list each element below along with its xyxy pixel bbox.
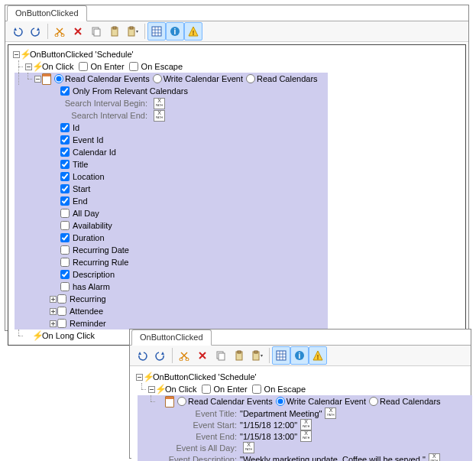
field-checkbox[interactable] — [60, 148, 70, 157]
redo-button[interactable] — [27, 22, 45, 41]
grid-toggle-button[interactable] — [272, 346, 290, 365]
calendar-action-block: Read Calendar Events Write Calendar Even… — [15, 73, 328, 330]
tabbar: OnButtonClicked — [5, 5, 468, 21]
cut-button[interactable] — [50, 22, 69, 41]
write-event-radio[interactable] — [153, 74, 162, 83]
read-events-radio[interactable] — [54, 74, 63, 83]
subgroup-row[interactable]: Reminder — [15, 317, 328, 330]
tab-onbuttonclicked[interactable]: OnButtonClicked — [131, 330, 212, 346]
copy-button[interactable] — [212, 346, 230, 365]
field-checkbox[interactable] — [60, 233, 70, 242]
bolt-icon: ⚡ — [144, 372, 153, 383]
field-label: Event Id — [73, 135, 103, 146]
field-label: Location — [73, 171, 105, 183]
cut-button[interactable] — [175, 346, 193, 365]
write-field-label: Event Title: — [138, 409, 240, 418]
search-begin-label: Search Interval Begin: — [15, 99, 151, 108]
delete-button[interactable] — [193, 346, 212, 365]
field-checkbox[interactable] — [60, 135, 70, 144]
on-enter-checkbox[interactable] — [79, 62, 88, 71]
warning-toggle-button[interactable]: ! — [309, 346, 327, 365]
undo-button[interactable] — [133, 346, 151, 365]
only-relevant-checkbox[interactable] — [60, 86, 70, 96]
xpath-button[interactable] — [300, 419, 312, 430]
tree-root[interactable]: ⚡ OnButtonClicked 'Schedule' — [134, 371, 466, 383]
xpath-button[interactable] — [325, 407, 336, 419]
read-calendars-radio[interactable] — [369, 397, 378, 406]
write-field-row: Event End:"1/15/18 13:00" — [138, 430, 472, 442]
svg-text:i: i — [299, 352, 301, 360]
tree-root[interactable]: ⚡ OnButtonClicked 'Schedule' — [11, 48, 462, 60]
on-escape-checkbox[interactable] — [252, 385, 261, 394]
collapse-icon[interactable] — [136, 374, 143, 381]
field-checkbox[interactable] — [60, 160, 70, 169]
subgroup-checkbox[interactable] — [57, 319, 66, 328]
field-row: Id — [15, 122, 328, 134]
subgroup-row[interactable]: Recurring — [15, 293, 328, 305]
field-row: All Day — [15, 207, 328, 219]
subgroup-checkbox[interactable] — [57, 294, 66, 304]
info-toggle-button[interactable]: i — [290, 346, 309, 365]
collapse-icon[interactable] — [13, 51, 20, 58]
field-checkbox[interactable] — [60, 270, 70, 279]
collapse-icon[interactable] — [148, 386, 155, 393]
field-label: has Alarm — [73, 281, 110, 293]
xpath-button[interactable] — [300, 430, 312, 442]
paste-menu-button[interactable] — [124, 22, 142, 41]
toolbar: i ! — [5, 21, 468, 42]
field-checkbox[interactable] — [60, 184, 70, 193]
field-label: End — [73, 196, 88, 207]
expand-icon[interactable] — [50, 320, 57, 327]
field-checkbox[interactable] — [60, 196, 70, 206]
grid-toggle-button[interactable] — [147, 22, 166, 41]
subgroup-checkbox[interactable] — [57, 307, 66, 316]
tab-onbuttonclicked[interactable]: OnButtonClicked — [7, 5, 87, 21]
field-checkbox[interactable] — [60, 245, 70, 255]
on-escape-checkbox[interactable] — [129, 62, 138, 71]
xpath-button[interactable] — [243, 442, 254, 453]
paste-button[interactable] — [230, 346, 248, 365]
subgroup-label: Reminder — [70, 318, 106, 330]
svg-rect-5 — [113, 27, 116, 29]
redo-button[interactable] — [151, 346, 170, 365]
field-checkbox[interactable] — [60, 172, 70, 181]
read-events-radio[interactable] — [177, 397, 186, 406]
field-checkbox[interactable] — [60, 282, 70, 291]
field-checkbox[interactable] — [60, 221, 70, 230]
write-field-row: Event Title:"Department Meeting" — [138, 407, 472, 419]
undo-button[interactable] — [8, 22, 27, 41]
delete-button[interactable] — [69, 22, 87, 41]
events-row: ⚡ On Click On Enter On Escape — [11, 60, 462, 73]
warning-toggle-button[interactable]: ! — [184, 22, 202, 41]
copy-button[interactable] — [87, 22, 105, 41]
root-label: OnButtonClicked 'Schedule' — [30, 49, 134, 60]
collapse-icon[interactable] — [34, 76, 41, 83]
svg-text:!: ! — [317, 353, 319, 361]
subgroup-row[interactable]: Attendee — [15, 305, 328, 317]
paste-menu-button[interactable] — [248, 346, 267, 365]
collapse-icon[interactable] — [25, 63, 32, 70]
write-field-label: Event is All Day: — [138, 443, 240, 453]
on-enter-checkbox[interactable] — [202, 385, 211, 394]
expand-icon[interactable] — [50, 296, 57, 303]
svg-rect-7 — [130, 27, 133, 29]
xpath-button[interactable] — [429, 453, 440, 461]
field-row: Start — [15, 183, 328, 195]
field-row: has Alarm — [15, 281, 328, 293]
read-calendars-radio[interactable] — [246, 74, 255, 83]
field-checkbox[interactable] — [60, 209, 70, 218]
field-label: Description — [73, 269, 115, 281]
field-row: End — [15, 195, 328, 207]
expand-icon[interactable] — [50, 308, 57, 315]
xpath-button[interactable] — [154, 110, 165, 122]
info-toggle-button[interactable]: i — [166, 22, 184, 41]
field-checkbox[interactable] — [60, 258, 70, 267]
write-event-radio[interactable] — [276, 397, 285, 406]
write-field-row: Event Description:"Weekly marketing upda… — [138, 453, 472, 461]
field-checkbox[interactable] — [60, 123, 70, 132]
field-row: Recurring Rule — [15, 256, 328, 268]
xpath-button[interactable] — [154, 98, 165, 109]
panel-write-calendar: OnButtonClicked i ! ⚡ OnButtonClicked 'S… — [129, 329, 471, 459]
write-field-value: "Department Meeting" — [240, 409, 322, 418]
paste-button[interactable] — [105, 22, 124, 41]
